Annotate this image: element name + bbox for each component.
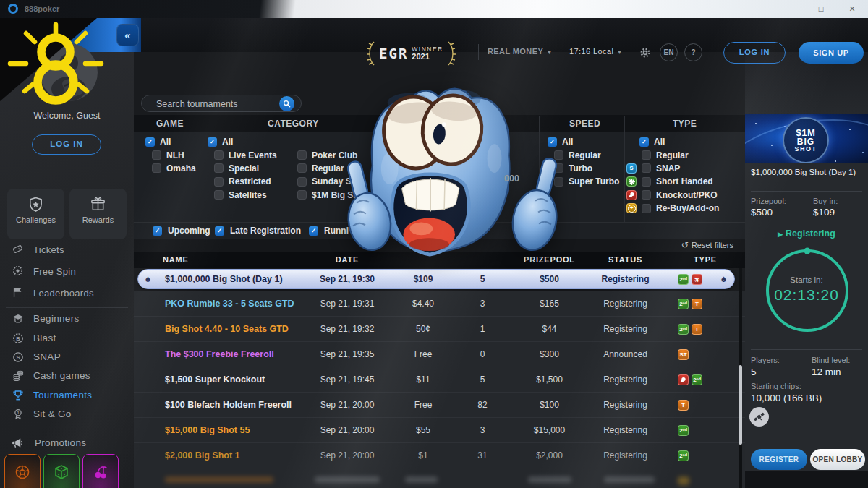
help-button[interactable]: ? xyxy=(684,43,702,61)
tournament-buyin: $1 xyxy=(391,443,456,468)
search-input[interactable] xyxy=(155,96,273,112)
checked-checkbox[interactable]: ✓ xyxy=(145,137,155,147)
status-filter-upcoming[interactable]: ✓Upcoming xyxy=(153,226,210,236)
close-button[interactable]: × xyxy=(838,0,867,18)
filter-option-re-buy-add-on[interactable]: +Re-Buy/Add-on xyxy=(626,202,719,215)
table-row[interactable]: $1,500 Super KnockoutSep 21, 19:45$115$1… xyxy=(134,367,745,393)
unchecked-checkbox[interactable] xyxy=(152,150,161,160)
tournament-date: Sep 21, 19:32 xyxy=(300,317,394,342)
search-box[interactable] xyxy=(141,95,302,112)
sidebar-item-leaderboards[interactable]: Leaderboards xyxy=(0,282,134,304)
unchecked-checkbox[interactable] xyxy=(214,150,224,160)
filter-option-satellites[interactable]: Satellites xyxy=(214,189,297,202)
status-filter-late-registration[interactable]: ✓Late Registration xyxy=(215,226,301,236)
filter-option-knockout-pko[interactable]: Knockout/PKO xyxy=(626,189,719,202)
sidebar-card-challenges[interactable]: Challenges xyxy=(7,189,64,239)
checked-checkbox[interactable]: ✓ xyxy=(639,137,649,147)
dice-promo-tile[interactable] xyxy=(43,454,80,488)
unchecked-checkbox[interactable] xyxy=(642,204,651,213)
table-row-partial[interactable] xyxy=(134,468,745,488)
unchecked-checkbox[interactable] xyxy=(642,177,651,187)
tournament-name: $1,500 Super Knockout xyxy=(165,367,265,393)
checked-checkbox[interactable]: ✓ xyxy=(153,226,162,236)
unchecked-checkbox[interactable] xyxy=(152,163,161,173)
table-row[interactable]: $15,000 Big Shot 55Sep 21, 20:00$553$15,… xyxy=(134,417,745,443)
ball-promo-tile[interactable] xyxy=(4,454,41,488)
minimize-button[interactable]: – xyxy=(774,0,803,18)
sidebar-card-rewards[interactable]: Rewards xyxy=(69,189,127,239)
checked-checkbox[interactable]: ✓ xyxy=(208,137,217,147)
scrollbar-thumb[interactable] xyxy=(739,365,742,445)
open-lobby-button[interactable]: OPEN LOBBY xyxy=(810,449,865,470)
sidebar-item-beginners[interactable]: Beginners xyxy=(0,309,134,328)
filter-option-short-handed[interactable]: Short Handed xyxy=(626,175,719,188)
sidebar-item-promotions[interactable]: Promotions xyxy=(0,432,134,453)
filter-option-restricted[interactable]: Restricted xyxy=(214,175,297,188)
reset-filters-button[interactable]: ↺Reset filters xyxy=(681,240,733,250)
cherries-promo-tile[interactable] xyxy=(82,454,119,488)
filter-option-omaha[interactable]: Omaha xyxy=(152,162,196,175)
title-bar[interactable]: 888poker – □ × xyxy=(0,0,868,18)
unchecked-checkbox[interactable] xyxy=(214,190,224,200)
graduation-cap-icon xyxy=(12,312,25,325)
satellite-icon[interactable] xyxy=(749,407,769,427)
sidebar-item-cash-games[interactable]: Cash games xyxy=(0,366,134,385)
nav-signup-button[interactable]: SIGN UP xyxy=(799,42,864,64)
unchecked-checkbox[interactable] xyxy=(642,163,651,173)
unchecked-checkbox[interactable] xyxy=(642,150,651,160)
trophy-icon xyxy=(12,389,25,402)
unchecked-checkbox[interactable] xyxy=(214,163,224,173)
filter-option-nlh[interactable]: NLH xyxy=(152,148,196,161)
super-turbo-badge-icon: ST xyxy=(678,349,689,360)
reset-icon: ↺ xyxy=(681,240,689,250)
table-row[interactable]: $2,000 Big Shot 1Sep 21, 20:00$131$2,000… xyxy=(134,442,745,468)
unchecked-checkbox[interactable] xyxy=(297,163,307,173)
sidebar-item-sit-go[interactable]: 1 Sit & Go xyxy=(0,404,134,424)
nav-login-button[interactable]: LOG IN xyxy=(723,42,786,64)
money-mode-dropdown[interactable]: REAL MONEY▾ xyxy=(488,47,551,56)
sidebar-item-free-spin[interactable]: Free Spin xyxy=(0,260,134,282)
checked-checkbox[interactable]: ✓ xyxy=(215,226,224,236)
sidebar: Welcome, Guest LOG IN Challenges Rewards… xyxy=(0,52,134,488)
table-row[interactable]: PKO Rumble 33 - 5 Seats GTDSep 21, 19:31… xyxy=(134,291,745,317)
unchecked-checkbox[interactable] xyxy=(297,177,307,187)
sidebar-collapse-button[interactable]: « xyxy=(116,24,139,46)
divider xyxy=(6,429,128,429)
sidebar-login-button[interactable]: LOG IN xyxy=(32,134,101,155)
tournament-players: 5 xyxy=(457,367,508,393)
unchecked-checkbox[interactable] xyxy=(297,150,307,160)
sidebar-item-tournaments[interactable]: Tournaments xyxy=(0,385,134,405)
table-row[interactable]: $100 Blefach Holdem FreerollSep 21, 20:0… xyxy=(134,392,745,418)
ticket-icon xyxy=(12,243,25,256)
settings-gear-icon[interactable] xyxy=(639,47,651,61)
checked-checkbox[interactable]: ✓ xyxy=(309,226,318,236)
filter-option-special[interactable]: Special xyxy=(214,162,297,175)
maximize-button[interactable]: □ xyxy=(807,0,835,18)
nav-divider xyxy=(561,44,561,60)
local-time-dropdown[interactable]: 17:16 Local▾ xyxy=(569,47,621,56)
unchecked-checkbox[interactable] xyxy=(214,177,224,187)
register-button[interactable]: REGISTER xyxy=(751,449,807,470)
language-button[interactable]: EN xyxy=(660,43,678,61)
short-handed-badge-icon xyxy=(626,176,637,187)
filter-option-all[interactable]: ✓All xyxy=(639,135,719,148)
table-row[interactable]: ♠♠$1,000,000 Big Shot (Day 1)Sep 21, 19:… xyxy=(134,268,745,291)
filter-option-regular[interactable]: Regular xyxy=(626,148,719,161)
table-row[interactable]: The $300 Freebie FreerollSep 21, 19:35Fr… xyxy=(134,341,745,367)
sidebar-item-blast[interactable]: B Blast xyxy=(0,328,134,348)
starts-in-label: Starts in: xyxy=(745,275,868,284)
sidebar-item-tickets[interactable]: Tickets xyxy=(0,239,134,260)
filter-option-snap[interactable]: SSNAP xyxy=(626,162,719,175)
filter-option-live-events[interactable]: Live Events xyxy=(214,148,297,161)
filter-option-label: Regular xyxy=(656,150,689,160)
filter-option-label: Re-Buy/Add-on xyxy=(656,203,719,213)
unchecked-checkbox[interactable] xyxy=(642,190,651,200)
sidebar-item-snap[interactable]: S SNAP xyxy=(0,347,134,367)
unchecked-checkbox[interactable] xyxy=(297,190,307,200)
tournament-date: Sep 21, 19:35 xyxy=(300,342,394,367)
search-icon[interactable] xyxy=(279,96,294,111)
filter-option-all[interactable]: ✓All xyxy=(145,135,196,148)
tournament-name: Big Shot 4.40 - 10 Seats GTD xyxy=(165,317,289,342)
play-icon: ▶ xyxy=(778,231,783,238)
table-row[interactable]: Big Shot 4.40 - 10 Seats GTDSep 21, 19:3… xyxy=(134,316,745,342)
